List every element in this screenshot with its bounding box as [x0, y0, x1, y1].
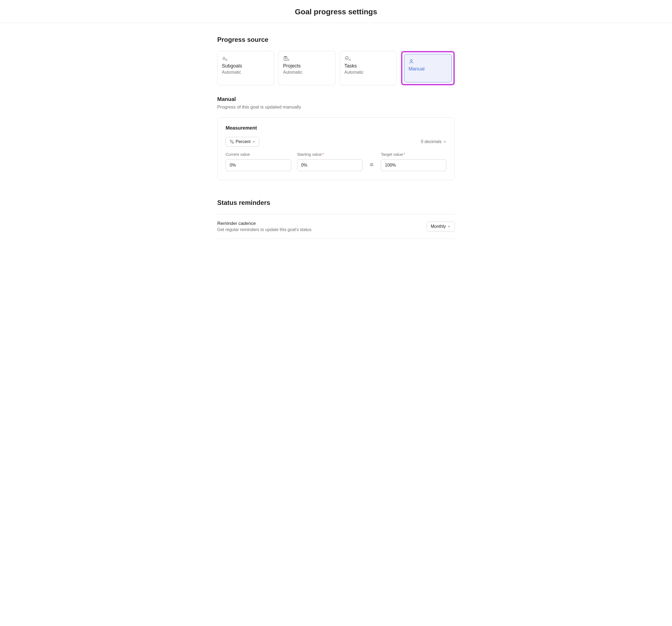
card-sub: Automatic: [222, 70, 270, 75]
source-card-tasks[interactable]: Tasks Automatic: [340, 51, 397, 85]
highlight-frame: Manual: [401, 51, 455, 85]
svg-point-2: [410, 60, 412, 61]
current-value-input[interactable]: [225, 159, 291, 171]
manual-desc: Progress of this goal is updated manuall…: [217, 105, 455, 110]
card-title: Tasks: [344, 63, 392, 69]
tasks-icon: [344, 55, 392, 62]
decimals-select[interactable]: 0 decimals: [421, 139, 447, 144]
card-title: Manual: [409, 66, 447, 72]
status-reminders-heading: Status reminders: [217, 199, 455, 207]
projects-icon: [283, 55, 331, 62]
reminder-cadence-row: Reminder cadence Get regular reminders t…: [217, 214, 455, 239]
manual-title: Manual: [217, 96, 455, 102]
card-sub: Automatic: [283, 70, 331, 75]
card-title: Subgoals: [222, 63, 270, 69]
swap-icon[interactable]: [368, 161, 375, 171]
reminder-cadence-desc: Get regular reminders to update this goa…: [217, 227, 311, 232]
reminder-cadence-select[interactable]: Monthly: [427, 222, 455, 231]
current-value-field: Current value: [225, 152, 291, 171]
starting-value-field: Starting value*: [297, 152, 363, 171]
reminder-cadence-title: Reminder cadence: [217, 221, 311, 226]
target-value-field: Target value*: [381, 152, 447, 171]
starting-value-input[interactable]: [297, 159, 363, 171]
measurement-panel: Measurement Percent 0 decimals: [217, 117, 455, 180]
progress-source-options: Subgoals Automatic Projects Automatic: [217, 51, 455, 85]
decimals-label: 0 decimals: [421, 139, 441, 144]
card-sub: Automatic: [344, 70, 392, 75]
unit-label: Percent: [236, 139, 250, 144]
chevron-down-icon: [448, 225, 451, 228]
page-title: Goal progress settings: [0, 7, 672, 16]
manual-icon: [409, 59, 447, 65]
measurement-unit-select[interactable]: Percent: [225, 137, 259, 146]
source-card-manual[interactable]: Manual: [404, 54, 452, 82]
svg-rect-0: [284, 57, 287, 61]
source-card-subgoals[interactable]: Subgoals Automatic: [217, 51, 274, 85]
measurement-heading: Measurement: [225, 125, 447, 131]
chevron-down-icon: [443, 140, 447, 143]
svg-point-4: [232, 142, 234, 143]
chevron-down-icon: [252, 140, 255, 143]
page-header: Goal progress settings: [0, 0, 672, 23]
svg-point-3: [230, 140, 231, 141]
target-value-input[interactable]: [381, 159, 447, 171]
target-value-label: Target value*: [381, 152, 447, 157]
starting-value-label: Starting value*: [297, 152, 363, 157]
percent-icon: [230, 140, 234, 144]
card-title: Projects: [283, 63, 331, 69]
progress-source-heading: Progress source: [217, 36, 455, 44]
subgoals-icon: [222, 55, 270, 62]
cadence-value: Monthly: [431, 224, 446, 229]
svg-point-1: [345, 56, 349, 60]
current-value-label: Current value: [225, 152, 291, 157]
source-card-projects[interactable]: Projects Automatic: [279, 51, 335, 85]
